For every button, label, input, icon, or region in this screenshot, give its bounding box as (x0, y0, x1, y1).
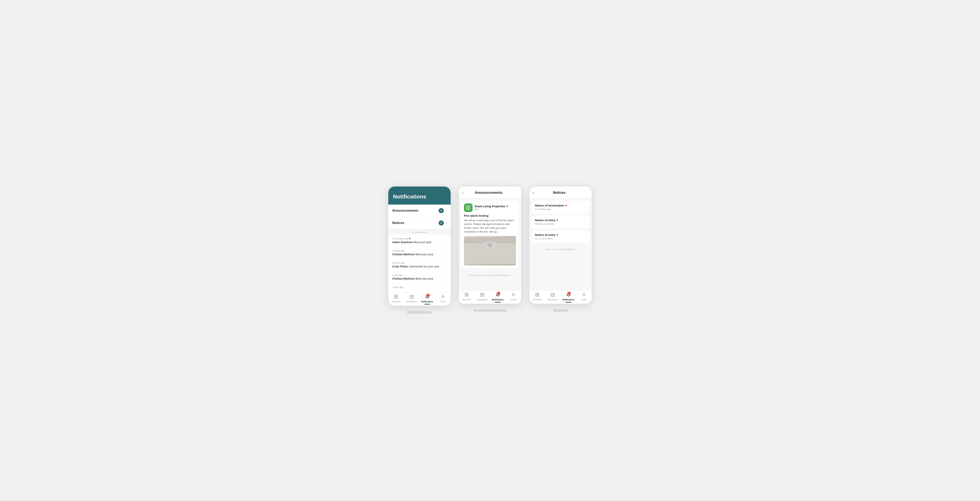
phone-notices: ‹ Notices Notice of termination 27 minut… (529, 186, 592, 304)
activity-content-3: 1 day ago Chelsea Markson liked your pos… (392, 274, 446, 280)
newsfeed-icon-3 (535, 293, 539, 298)
notice-item-2[interactable]: Notice of entry Jun 15 at 8:00am › (532, 230, 589, 243)
notice-title-1: Notice of entry (535, 218, 555, 222)
activity-item-2[interactable]: 4 hours ago Cody Fisher commented on you… (388, 259, 450, 271)
sender-info: Smart Living Properties 30m (474, 205, 516, 211)
nav-profile-2[interactable]: Profile (506, 293, 521, 302)
activity-text-1: Chelsea Markson liked your post (392, 253, 446, 256)
bottom-nav-2: Newsfeed Marketplace 2 Notifications (459, 290, 521, 304)
screen-announcements-wrapper: ‹ Announcements Smart Living Properties (459, 186, 521, 313)
svg-rect-0 (395, 295, 396, 296)
svg-rect-22 (536, 293, 537, 294)
announcements-no-more: There are no more announcements :) (459, 270, 521, 280)
notices-no-more: There are no more notices :) (530, 245, 592, 254)
svg-rect-25 (538, 295, 539, 296)
bottom-nav-3: Newsfeed Marketplace 2 Notifications (530, 290, 592, 304)
notice-dot-1 (557, 219, 558, 221)
activity-chevron-3: › (446, 275, 447, 278)
svg-rect-20 (480, 294, 484, 296)
notice-time-0: 27 minutes ago (535, 208, 585, 211)
notices-section-row[interactable]: Notices 2 › (388, 217, 450, 229)
activity-item-0[interactable]: 27 minutes ago Adam Grantson liked your … (388, 235, 450, 247)
notices-header: ‹ Notices (530, 186, 592, 198)
svg-rect-23 (538, 293, 539, 294)
sender-icon (464, 204, 473, 212)
newsfeed-icon-2 (465, 293, 469, 298)
screen-label-3: Notices (553, 308, 568, 313)
announcements-chevron-icon: › (446, 209, 447, 212)
nav-badge-1: 2 (426, 294, 430, 297)
screen-notices-wrapper: ‹ Notices Notice of termination 27 minut… (529, 186, 592, 313)
activity-content-1: 2 hours ago Chelsea Markson liked your p… (392, 250, 446, 256)
notice-title-2: Notice of entry (535, 233, 555, 237)
notice-title-0: Notice of termination (535, 204, 564, 207)
notices-body: Notice of termination 27 minutes ago › N… (530, 198, 592, 290)
notice-chevron-1: › (585, 220, 586, 224)
nav-notifications-3[interactable]: 2 Notifications (560, 293, 576, 302)
nav-profile-3[interactable]: Profile (576, 293, 592, 302)
notice-time-2: Jun 15 at 8:00am (535, 237, 585, 240)
activity-time-3: 1 day ago (392, 274, 446, 277)
nav-badge-2: 2 (497, 292, 500, 295)
nav-newsfeed-3[interactable]: Newsfeed (530, 293, 545, 302)
nav-marketplace-label-3: Marketplace (547, 299, 558, 301)
notice-content-0: Notice of termination 27 minutes ago (535, 204, 585, 211)
nav-profile-label-2: Profile (511, 299, 516, 301)
announcements-header: ‹ Announcements (459, 186, 521, 198)
phone-notifications: Notifications Announcements 2 › Notices … (388, 186, 451, 306)
announcement-body-text: We will be conducting a test of the fire… (464, 218, 516, 234)
back-button-2[interactable]: ‹ (462, 191, 463, 195)
nav-profile-1[interactable]: Profile (435, 294, 451, 304)
activity-item-1[interactable]: 2 hours ago Chelsea Markson liked your p… (388, 247, 450, 259)
nav-newsfeed-2[interactable]: Newsfeed (459, 293, 474, 302)
notices-chevron-icon: › (446, 221, 447, 225)
nav-notifications-label-2: Notifications (492, 299, 504, 301)
activity-content-0: 27 minutes ago Adam Grantson liked your … (392, 237, 446, 244)
notice-item-1[interactable]: Notice of entry Monday at 8:00am › (532, 215, 589, 229)
sender-name: Smart Living Properties (474, 205, 506, 208)
marketplace-icon-1 (409, 294, 414, 300)
back-button-3[interactable]: ‹ (533, 191, 534, 195)
screen-label-2: Announcements (474, 308, 506, 313)
sender-time: 30m (474, 208, 516, 211)
nav-newsfeed-label-1: Newsfeed (392, 301, 401, 303)
scroll-bar (412, 232, 427, 232)
nav-active-bar-1 (424, 304, 430, 304)
notices-badge: 2 (439, 220, 444, 226)
nav-newsfeed-label-2: Newsfeed (462, 299, 471, 301)
sender-unread-dot (507, 205, 508, 207)
notice-chevron-0: › (585, 205, 586, 209)
nav-marketplace-label-1: Marketplace (406, 301, 417, 303)
nav-newsfeed-1[interactable]: Newsfeed (388, 294, 404, 304)
notifications-body: Announcements 2 › Notices 2 › 27 minut (388, 205, 450, 292)
announcements-label: Announcements (392, 209, 439, 213)
notice-item-0[interactable]: Notice of termination 27 minutes ago › (532, 200, 589, 214)
nav-marketplace-2[interactable]: Marketplace (474, 293, 490, 302)
notice-dot-0 (565, 205, 567, 206)
nav-marketplace-3[interactable]: Marketplace (545, 293, 561, 302)
notice-content-1: Notice of entry Monday at 8:00am (535, 218, 585, 225)
activity-content-4: 1 hour ago (392, 286, 446, 289)
activity-chevron-2: › (446, 263, 447, 266)
activity-item-4[interactable]: 1 hour ago › (388, 283, 450, 292)
announcement-sender-row: Smart Living Properties 30m (464, 204, 516, 212)
notice-title-row-1: Notice of entry (535, 218, 585, 222)
activity-time-4: 1 hour ago (392, 286, 446, 289)
unread-dot-0 (409, 238, 410, 239)
profile-icon-1 (441, 294, 445, 300)
activity-item-3[interactable]: 1 day ago Chelsea Markson liked your pos… (388, 271, 450, 283)
activity-chevron-0: › (446, 239, 447, 242)
notifications-title: Notifications (393, 194, 446, 200)
activity-time-1: 2 hours ago (392, 250, 446, 252)
announcements-section-row[interactable]: Announcements 2 › (388, 205, 450, 217)
profile-icon-2 (511, 293, 515, 298)
nav-notifications-2[interactable]: 2 Notifications (490, 293, 506, 302)
svg-rect-1 (396, 295, 398, 296)
svg-rect-24 (536, 295, 537, 296)
marketplace-icon-2 (480, 293, 484, 298)
nav-marketplace-1[interactable]: Marketplace (404, 294, 420, 304)
phone-announcements: ‹ Announcements Smart Living Properties (459, 186, 521, 304)
nav-notifications-1[interactable]: 2 Notifications (420, 294, 435, 304)
notice-title-row-2: Notice of entry (535, 233, 585, 237)
svg-rect-16 (465, 293, 466, 294)
